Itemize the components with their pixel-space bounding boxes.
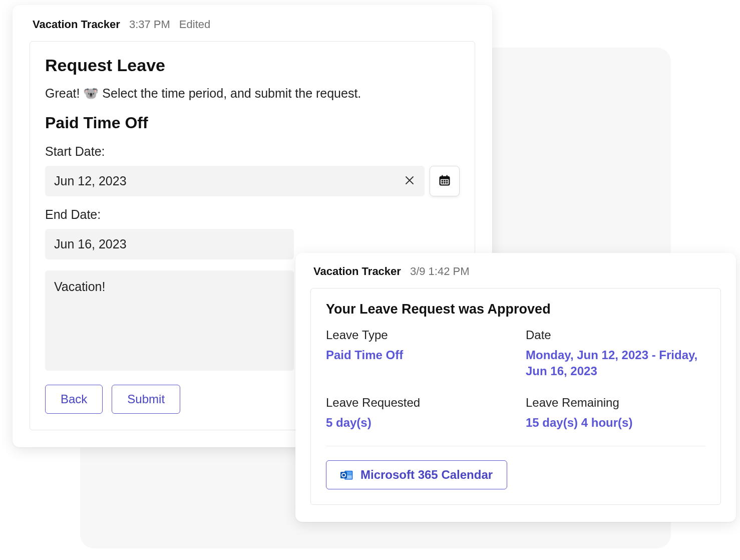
microsoft-365-calendar-label: Microsoft 365 Calendar (360, 468, 493, 482)
back-button[interactable]: Back (45, 385, 103, 414)
leave-note-value: Vacation! (54, 279, 105, 294)
submit-button[interactable]: Submit (112, 385, 180, 414)
request-leave-title: Request Leave (45, 56, 460, 75)
approval-details-grid: Leave Type Paid Time Off Date Monday, Ju… (326, 328, 705, 443)
request-leave-intro: Great! 🐨 Select the time period, and sub… (45, 86, 460, 101)
svg-rect-6 (446, 180, 448, 181)
divider (326, 446, 705, 446)
svg-rect-4 (442, 180, 444, 181)
svg-rect-3 (441, 179, 449, 184)
message-edited-label: Edited (179, 18, 210, 31)
open-calendar-button[interactable] (430, 166, 460, 196)
leave-requested-value: 5 day(s) (326, 415, 506, 431)
approval-message-meta: Vacation Tracker 3/9 1:42 PM (310, 265, 721, 278)
leave-note-input[interactable]: Vacation! (45, 270, 294, 371)
start-date-value: Jun 12, 2023 (54, 174, 127, 188)
end-date-input[interactable]: Jun 16, 2023 (45, 229, 294, 259)
date-label: Date (526, 328, 705, 342)
svg-rect-8 (444, 182, 446, 183)
end-date-value: Jun 16, 2023 (54, 237, 127, 251)
approval-sender: Vacation Tracker (313, 265, 401, 278)
end-date-label: End Date: (45, 207, 460, 222)
start-date-input[interactable]: Jun 12, 2023 (45, 166, 425, 196)
start-date-label: Start Date: (45, 144, 460, 159)
leave-type-value: Paid Time Off (326, 347, 506, 363)
approval-message: Vacation Tracker 3/9 1:42 PM Your Leave … (295, 253, 736, 522)
microsoft-365-calendar-button[interactable]: Microsoft 365 Calendar (326, 460, 507, 489)
message-meta: Vacation Tracker 3:37 PM Edited (30, 18, 475, 31)
leave-remaining-label: Leave Remaining (526, 396, 705, 410)
message-time: 3:37 PM (129, 18, 170, 31)
leave-requested-label: Leave Requested (326, 396, 506, 410)
calendar-icon (438, 173, 452, 189)
svg-rect-10 (442, 175, 443, 177)
clear-start-date-icon[interactable] (404, 174, 416, 188)
approval-title: Your Leave Request was Approved (326, 302, 705, 317)
svg-rect-5 (444, 180, 446, 181)
leave-remaining-value: 15 day(s) 4 hour(s) (526, 415, 705, 431)
approval-time: 3/9 1:42 PM (410, 265, 470, 278)
svg-rect-11 (447, 175, 448, 177)
message-sender: Vacation Tracker (33, 18, 120, 31)
start-date-row: Jun 12, 2023 (45, 166, 460, 196)
svg-rect-9 (446, 182, 448, 183)
date-value: Monday, Jun 12, 2023 - Friday, Jun 16, 2… (526, 347, 705, 380)
outlook-icon (340, 469, 353, 480)
approval-card: Your Leave Request was Approved Leave Ty… (310, 288, 721, 505)
leave-type-label: Leave Type (326, 328, 506, 342)
svg-rect-7 (442, 182, 444, 183)
leave-type-heading: Paid Time Off (45, 114, 460, 132)
